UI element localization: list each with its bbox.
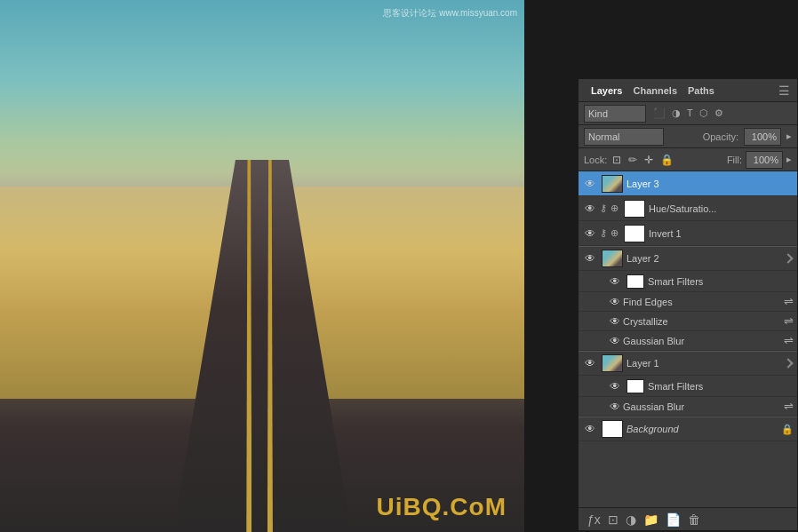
layer-row-invert1[interactable]: 👁 ⚷ ⊕ Invert 1 xyxy=(579,221,797,246)
lock-transparency-icon[interactable]: ⊡ xyxy=(610,154,623,166)
gaussian-blur-l2-name: Gaussian Blur xyxy=(623,336,784,346)
blend-opacity-row: Normal Opacity: ▸ xyxy=(579,125,797,148)
adjustment-filter-icon[interactable]: ◑ xyxy=(670,107,682,119)
add-adjustment-icon[interactable]: ◑ xyxy=(622,512,640,527)
smart-filters-layer1[interactable]: 👁 Smart Filters xyxy=(579,376,797,397)
tab-layers[interactable]: Layers xyxy=(586,82,627,99)
visibility-invert1[interactable]: 👁 xyxy=(582,226,598,242)
panel-tabs: Layers Channels Paths ☰ xyxy=(579,79,797,102)
watermark-top: 思客设计论坛 www.missyuan.com xyxy=(383,7,517,20)
layer-row-hue-sat[interactable]: 👁 ⚷ ⊕ Hue/Saturatio... xyxy=(579,196,797,221)
visibility-smart-filter-l2[interactable]: 👁 xyxy=(607,274,623,290)
gaussian-blur-layer1[interactable]: 👁 Gaussian Blur ⇌ xyxy=(579,397,797,417)
add-mask-icon[interactable]: ⊡ xyxy=(604,512,622,527)
mask-icon-invert: ⊕ xyxy=(610,227,618,239)
visibility-layer2[interactable]: 👁 xyxy=(582,250,598,266)
layers-list[interactable]: 👁 Layer 3 👁 ⚷ ⊕ Hue/Saturatio... 👁 ⚷ ⊕ I… xyxy=(579,171,797,507)
fill-input[interactable] xyxy=(746,151,783,169)
fill-arrow: ▸ xyxy=(786,154,792,165)
crystallize-filter[interactable]: 👁 Crystallize ⇌ xyxy=(579,312,797,331)
new-layer-icon[interactable]: 📄 xyxy=(662,512,684,527)
link-icon-hue: ⚷ xyxy=(600,202,607,214)
shape-filter-icon[interactable]: ⬡ xyxy=(698,107,710,119)
find-edges-filter[interactable]: 👁 Find Edges ⇌ xyxy=(579,292,797,312)
tab-paths[interactable]: Paths xyxy=(682,82,720,99)
link-icon-invert: ⚷ xyxy=(600,227,607,239)
smart-filter-label-l2: Smart Filters xyxy=(648,276,794,287)
layer1-scroll-arrow xyxy=(783,358,793,368)
thumb-invert1 xyxy=(624,225,645,242)
gaussian-blur-l1-options[interactable]: ⇌ xyxy=(784,400,794,413)
panel-menu-icon[interactable]: ☰ xyxy=(778,83,790,98)
filter-icons: ⬛ ◑ T ⬡ ⚙ xyxy=(651,107,725,119)
opacity-input[interactable] xyxy=(744,128,781,146)
layer1-name: Layer 1 xyxy=(626,358,785,369)
thumb-background xyxy=(602,420,623,438)
background-lock-icon: 🔒 xyxy=(781,424,794,435)
tab-channels[interactable]: Channels xyxy=(627,82,682,99)
visibility-gaussian-l2[interactable]: 👁 xyxy=(607,333,623,349)
visibility-hue-sat[interactable]: 👁 xyxy=(582,201,598,217)
create-group-icon[interactable]: 📁 xyxy=(640,512,662,527)
canvas-area: 思客设计论坛 www.missyuan.com UiBQ.CoM xyxy=(0,0,524,532)
visibility-layer1[interactable]: 👁 xyxy=(582,355,598,371)
layer-row-background[interactable]: 👁 Background 🔒 xyxy=(579,417,797,441)
lock-paint-icon[interactable]: ✏ xyxy=(626,154,639,166)
find-edges-options[interactable]: ⇌ xyxy=(784,295,794,308)
delete-layer-icon[interactable]: 🗑 xyxy=(684,512,704,527)
layer2-name: Layer 2 xyxy=(626,253,785,264)
opacity-percent: ▸ xyxy=(786,131,792,142)
visibility-layer3[interactable]: 👁 xyxy=(582,176,598,192)
visibility-gaussian-l1[interactable]: 👁 xyxy=(607,399,623,415)
lock-all-icon[interactable]: 🔒 xyxy=(658,154,675,166)
blend-mode-select[interactable]: Normal xyxy=(584,128,664,146)
smart-filter-thumb-l2 xyxy=(626,274,644,289)
layer-row-layer3[interactable]: 👁 Layer 3 xyxy=(579,171,797,196)
crystallize-name: Crystallize xyxy=(623,316,784,327)
thumb-layer3 xyxy=(602,175,623,193)
pixel-filter-icon[interactable]: ⬛ xyxy=(651,107,667,119)
thumb-layer1 xyxy=(602,354,623,372)
layer3-name: Layer 3 xyxy=(626,179,794,189)
visibility-crystallize[interactable]: 👁 xyxy=(607,314,623,330)
panel-bottom-toolbar: ƒx ⊡ ◑ 📁 📄 🗑 xyxy=(579,507,797,530)
smart-filters-layer2[interactable]: 👁 Smart Filters xyxy=(579,271,797,292)
thumb-layer2 xyxy=(602,250,623,267)
mask-icon-hue: ⊕ xyxy=(610,202,618,214)
type-filter-icon[interactable]: T xyxy=(685,107,695,119)
visibility-find-edges[interactable]: 👁 xyxy=(607,294,623,310)
layer-row-layer1[interactable]: 👁 Layer 1 xyxy=(579,351,797,376)
thumb-hue-sat xyxy=(624,200,645,218)
smart-filter-icon[interactable]: ⚙ xyxy=(713,107,725,119)
visibility-background[interactable]: 👁 xyxy=(582,421,598,437)
lock-label: Lock: xyxy=(584,155,607,165)
opacity-label: Opacity: xyxy=(703,131,738,142)
layers-panel: Layers Channels Paths ☰ Kind ⬛ ◑ T ⬡ ⚙ N… xyxy=(578,78,798,531)
visibility-smart-filter-l1[interactable]: 👁 xyxy=(607,378,623,394)
smart-filter-thumb-l1 xyxy=(626,379,644,393)
gaussian-blur-layer2[interactable]: 👁 Gaussian Blur ⇌ xyxy=(579,331,797,351)
invert1-name: Invert 1 xyxy=(649,228,794,239)
fill-label: Fill: xyxy=(727,155,742,165)
find-edges-name: Find Edges xyxy=(623,297,784,307)
layer2-scroll-arrow xyxy=(783,253,793,263)
gaussian-blur-l1-name: Gaussian Blur xyxy=(623,401,784,412)
gaussian-blur-l2-options[interactable]: ⇌ xyxy=(784,334,794,347)
smart-filter-label-l1: Smart Filters xyxy=(648,381,794,392)
hue-sat-name: Hue/Saturatio... xyxy=(649,203,794,214)
background-name: Background xyxy=(626,424,778,434)
fx-icon[interactable]: ƒx xyxy=(584,512,604,527)
watermark-bottom: UiBQ.CoM xyxy=(377,493,507,521)
layer-row-layer2[interactable]: 👁 Layer 2 xyxy=(579,246,797,271)
lock-move-icon[interactable]: ✛ xyxy=(642,154,655,166)
kind-select[interactable]: Kind xyxy=(584,105,646,123)
lock-fill-row: Lock: ⊡ ✏ ✛ 🔒 Fill: ▸ xyxy=(579,148,797,171)
crystallize-options[interactable]: ⇌ xyxy=(784,314,794,328)
filter-kind-row: Kind ⬛ ◑ T ⬡ ⚙ xyxy=(579,102,797,125)
